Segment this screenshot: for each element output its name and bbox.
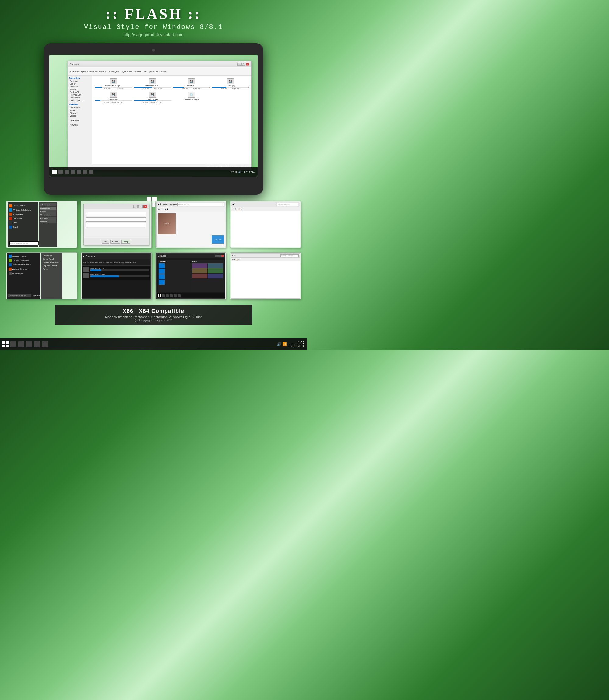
computer-search-input[interactable]: Search Computer <box>277 203 298 206</box>
drive2-c[interactable]: WINDOWS 8.1 (C:) <box>83 267 149 272</box>
sidebar-pictures[interactable]: Pictures <box>69 112 91 114</box>
computer2-btn3[interactable]: 📋 <box>236 258 238 261</box>
sidebar-desktop[interactable]: Desktop <box>69 80 91 83</box>
start-item-wsb[interactable]: Windows Style Builder <box>8 208 37 212</box>
start2-item-all[interactable]: ▸ All Programs <box>8 271 39 275</box>
toolbar-icon-1[interactable]: ⬅ <box>158 208 160 211</box>
lib-max[interactable] <box>218 255 221 257</box>
sidebar-network[interactable]: Network <box>69 124 91 126</box>
system-properties-btn[interactable]: System properties <box>81 70 98 72</box>
map-network-btn[interactable]: Map network drive <box>129 70 146 72</box>
lib-taskbar-ie[interactable] <box>166 294 169 297</box>
os-taskbar-settings[interactable] <box>34 341 40 347</box>
toolbar-icon-3[interactable]: ▾ <box>165 208 166 211</box>
taskbar-icon-pen[interactable] <box>89 170 93 174</box>
sidebar-recent-places[interactable]: Recent places <box>69 99 91 102</box>
sidebar-contacts[interactable]: Contacts <box>69 85 91 88</box>
right-admin[interactable]: Administrator <box>40 203 56 207</box>
computer-toolbar-icon1[interactable]: ⬅ <box>232 208 234 210</box>
os-taskbar-music[interactable] <box>26 341 32 347</box>
right2-help[interactable]: Help and Support <box>42 264 62 267</box>
dialog-minimize[interactable]: _ <box>133 205 138 209</box>
close-btn[interactable]: ✕ <box>246 63 249 66</box>
sidebar-recycle[interactable]: Recycle Bin <box>69 93 91 96</box>
control-panel-btn[interactable]: Open Control Panel <box>148 70 166 72</box>
drive-c[interactable]: 💾 WINDOWS 8.1 (C:) 81.5 GB free of 100 G… <box>95 78 132 90</box>
apply-button[interactable]: Apply <box>122 239 130 244</box>
computer2-btn1[interactable]: ⬅ <box>232 258 233 261</box>
lib-icon-pics[interactable] <box>159 274 165 279</box>
os-taskbar-extra[interactable] <box>42 341 48 347</box>
sidebar-documents[interactable]: Documents <box>69 106 91 109</box>
uninstall-btn[interactable]: Uninstall or change a program <box>99 70 128 72</box>
computer-back[interactable]: ◂ <box>232 203 233 206</box>
drive-d[interactable]: 💾 WINDOWS 7 (D:) 25.8 GB free of 50.0 GB <box>134 78 171 90</box>
dialog-close[interactable]: ✕ <box>143 205 147 209</box>
drive-e[interactable]: 💾 SOFT (E:) 226 GB free of 320 GB <box>173 78 210 90</box>
sidebar-system32[interactable]: System32 <box>69 91 91 93</box>
taskbar-icon-back[interactable] <box>58 170 63 174</box>
toolbar-icon-2[interactable]: ⮕ <box>161 208 163 211</box>
start2-item-defender[interactable]: Windows Defender <box>8 267 39 271</box>
start-item-firefox[interactable]: Mozilla Firefox <box>8 203 37 208</box>
start2-item-3d[interactable]: 3D Vision Photo Viewer <box>8 263 39 267</box>
start-item-cmd[interactable]: CMD <box>8 221 37 225</box>
lib-min[interactable] <box>215 255 218 257</box>
computer2-btn4[interactable]: ℹ <box>239 258 239 261</box>
computer-toolbar-icon2[interactable]: ▾ <box>235 208 236 210</box>
taskbar-icon-folder[interactable] <box>77 170 81 174</box>
os-win-logo[interactable] <box>2 341 8 347</box>
os-taskbar-folder[interactable] <box>10 341 16 347</box>
computer-toolbar-icon4[interactable]: ℹ <box>241 208 242 210</box>
drive-i[interactable]: 💿 DVD Rdr Drive (I:) <box>173 92 210 103</box>
sidebar-videos[interactable]: Videos <box>69 114 91 117</box>
computer2-btn2[interactable]: ▾ <box>234 258 235 261</box>
lib-taskbar-settings[interactable] <box>174 294 177 297</box>
taskbar-icon-forward[interactable] <box>65 170 69 174</box>
drive-g[interactable]: 💾 GAME (G:) 256 GB free of 300 GB <box>95 92 132 103</box>
start-item-ag[interactable]: AG Tweaker <box>8 212 37 216</box>
toolbar-icon-4[interactable]: ℹ <box>167 208 168 211</box>
start-item-reshacker[interactable]: ResHacker <box>8 216 37 221</box>
minimize-btn[interactable]: _ <box>237 63 241 66</box>
start-search-box[interactable]: Search programs and files <box>10 241 38 245</box>
maximize-btn[interactable]: □ <box>242 63 245 66</box>
explorer2-btn3[interactable]: Map network drive <box>121 262 136 263</box>
taskbar-icon-ie[interactable] <box>71 170 75 174</box>
nav-back[interactable]: ◂ <box>158 203 159 206</box>
start2-item-w8[interactable]: Windows 8 Menu <box>8 254 39 258</box>
computer2-back[interactable]: ◂ <box>232 254 233 257</box>
win-logo-small[interactable] <box>52 170 57 174</box>
sidebar-sagor[interactable]: Sagor <box>69 83 91 85</box>
drive2-d[interactable]: WINDOWS 7 (D:) <box>83 273 149 278</box>
nav-refresh[interactable]: ↻ <box>160 203 162 206</box>
drive-f[interactable]: 💾 MUSIC (F:) 152 GB free of 250 GB <box>212 78 249 90</box>
os-taskbar-ie[interactable] <box>18 341 24 347</box>
lib-win-logo[interactable] <box>158 294 161 297</box>
start2-search-box[interactable]: Search programs and files <box>8 294 31 297</box>
sidebar-computer[interactable]: Computer <box>69 119 91 122</box>
computer2-search-input[interactable]: Search Computer <box>280 254 299 257</box>
ok-button[interactable]: OK <box>102 239 109 244</box>
organize-btn[interactable]: Organize ▾ <box>69 70 80 73</box>
right2-connect[interactable]: Connect To <box>42 254 62 257</box>
dialog-input-2[interactable] <box>86 217 146 221</box>
lib-taskbar-extra[interactable] <box>177 294 180 297</box>
pic-thumb-1[interactable]: photo <box>158 213 176 234</box>
sidebar-themes[interactable]: Themes <box>69 88 91 91</box>
explorer2-btn1[interactable]: em properties <box>83 262 94 263</box>
right-network[interactable]: Network <box>40 220 56 223</box>
pictures-search-input[interactable]: Search Pictures <box>177 203 224 207</box>
sidebar-downloads[interactable]: Downloads <box>69 96 91 99</box>
start2-item-gforce[interactable]: GeForce Experience <box>8 258 39 263</box>
drive-h[interactable]: 💾 BACKUP (H:) 382 GB free of 931 GB <box>134 92 171 103</box>
computer-refresh[interactable]: ↻ <box>234 203 237 206</box>
sidebar-music[interactable]: Music <box>69 109 91 112</box>
right-computer[interactable]: Computer <box>40 217 56 220</box>
computer-toolbar-icon3[interactable]: 📋 <box>237 208 240 210</box>
right2-control[interactable]: Control Panel <box>42 257 62 261</box>
right2-run[interactable]: Run... <box>42 268 62 271</box>
lib-icon-docs[interactable] <box>159 263 165 268</box>
lib-taskbar-music[interactable] <box>170 294 173 297</box>
dialog-input-1[interactable] <box>86 212 146 216</box>
